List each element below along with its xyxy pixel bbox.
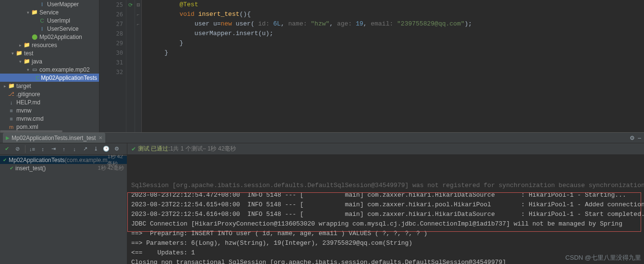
line-number: 30 bbox=[99, 48, 123, 58]
tree-label: HELP.md bbox=[16, 99, 40, 106]
prev-icon[interactable]: ↑ bbox=[59, 144, 69, 154]
close-icon[interactable]: ✕ bbox=[99, 135, 102, 140]
status-time: – 1秒 42毫秒 bbox=[203, 145, 236, 153]
test-suite-pkg: (com.example.m bbox=[65, 157, 108, 163]
tree-row[interactable]: ▸📁target bbox=[0, 82, 99, 90]
top-pane: IUserMapper▾📁ServiceCUserImplIUserServic… bbox=[0, 0, 644, 132]
settings-icon[interactable]: ⚙ – bbox=[630, 135, 641, 141]
tree-row[interactable]: ⬤Mp02Application bbox=[0, 33, 99, 41]
fold-gutter[interactable]: ⊟⌐⌐ bbox=[135, 0, 142, 132]
tree-row[interactable]: IUserService bbox=[0, 25, 99, 33]
sort-icon[interactable]: ↓≡ bbox=[27, 144, 37, 154]
file-type-icon: C bbox=[36, 75, 39, 81]
tree-row[interactable]: IUserMapper bbox=[0, 0, 99, 8]
chevron-icon[interactable]: ▾ bbox=[17, 59, 23, 64]
file-type-icon: 📁 bbox=[31, 9, 38, 15]
next-icon[interactable]: ↓ bbox=[70, 144, 79, 154]
file-type-icon: 📁 bbox=[15, 50, 23, 56]
run-tab[interactable]: ▶ Mp02ApplicationTests.insert_test ✕ bbox=[3, 133, 105, 143]
import-icon[interactable]: ⤓ bbox=[91, 144, 100, 154]
tree-row[interactable]: ▾📁Service bbox=[0, 8, 99, 16]
file-type-icon: m bbox=[8, 124, 15, 130]
gutter-icons[interactable]: ⟳ bbox=[126, 0, 135, 132]
status-count: 1共 1 个测试 bbox=[170, 145, 203, 153]
file-type-icon: ↓ bbox=[8, 100, 15, 105]
chevron-icon[interactable]: ▾ bbox=[25, 67, 31, 72]
tree-label: mvnw.cmd bbox=[16, 115, 44, 122]
run-tabs-bar: ▶ Mp02ApplicationTests.insert_test ✕ ⚙ – bbox=[0, 133, 644, 143]
console-output[interactable]: SqlSession [org.apache.ibatis.session.de… bbox=[127, 155, 644, 264]
tree-scrollbar[interactable] bbox=[0, 130, 6, 132]
code-line[interactable]: } bbox=[149, 48, 644, 58]
status-prefix: 测试 已通过: bbox=[138, 145, 170, 153]
console-line: Closing non transactional SqlSession [or… bbox=[131, 258, 640, 264]
test-tree[interactable]: ✔ Mp02ApplicationTests (com.example.m 1秒… bbox=[0, 155, 127, 264]
test-suite-row[interactable]: ✔ Mp02ApplicationTests (com.example.m 1秒… bbox=[0, 156, 127, 164]
tree-label: com.example.mp02 bbox=[39, 66, 90, 73]
check-icon: ✔ bbox=[10, 165, 13, 171]
tree-label: java bbox=[32, 58, 42, 65]
code-line[interactable]: userMapper.insert(u); bbox=[149, 29, 644, 38]
tree-label: target bbox=[16, 83, 31, 89]
code-line[interactable]: void insert_test(){ bbox=[149, 10, 644, 19]
tree-label: .gitignore bbox=[16, 91, 40, 98]
check-icon: ✔ bbox=[3, 157, 7, 163]
code-line[interactable]: @Test bbox=[149, 0, 644, 10]
history-icon[interactable]: 🕑 bbox=[101, 144, 111, 154]
tree-label: pom.xml bbox=[16, 124, 38, 130]
expand-all-icon[interactable]: ↕ bbox=[38, 144, 48, 154]
tree-row[interactable]: ▾📁java bbox=[0, 57, 99, 65]
tree-label: resources bbox=[32, 42, 57, 49]
test-case-time: 1秒 42毫秒 bbox=[98, 164, 124, 172]
run-tab-label: Mp02ApplicationTests.insert_test bbox=[12, 135, 96, 141]
chevron-icon[interactable]: ▾ bbox=[25, 10, 31, 15]
play-icon: ▶ bbox=[6, 135, 10, 140]
test-case-name: insert_test() bbox=[15, 165, 46, 172]
tree-label: test bbox=[24, 50, 33, 57]
line-number-gutter: 2526272829303132 bbox=[99, 0, 126, 132]
line-number: 29 bbox=[99, 38, 123, 48]
code-editor[interactable]: 2526272829303132 ⟳ ⊟⌐⌐ @Test void insert… bbox=[99, 0, 644, 132]
chevron-icon[interactable]: ▸ bbox=[2, 84, 8, 88]
chevron-icon[interactable]: ▾ bbox=[10, 51, 15, 56]
tree-row[interactable]: ▾📁test bbox=[0, 49, 99, 57]
test-ignored-filter-icon[interactable]: ⊘ bbox=[12, 144, 22, 154]
gutter-run-icon[interactable]: ⟳ bbox=[126, 0, 135, 10]
code-area[interactable]: @Test void insert_test(){ user u=new use… bbox=[142, 0, 644, 132]
line-number: 28 bbox=[99, 29, 123, 38]
tree-row[interactable]: ▾▭com.example.mp02 bbox=[0, 65, 99, 74]
test-pass-filter-icon[interactable]: ✔ bbox=[2, 144, 12, 154]
gear-icon[interactable]: ⚙ bbox=[112, 144, 122, 154]
file-type-icon: I bbox=[38, 26, 46, 32]
tree-row[interactable]: ≡mvnw.cmd bbox=[0, 114, 99, 123]
tree-row[interactable]: ≡mvnw bbox=[0, 106, 99, 114]
file-type-icon: I bbox=[38, 1, 46, 7]
file-type-icon: 📁 bbox=[23, 42, 30, 48]
fold-handle[interactable]: ⌐ bbox=[135, 19, 141, 29]
collapse-all-icon[interactable]: ⇥ bbox=[49, 144, 58, 154]
tree-label: UserService bbox=[47, 25, 78, 32]
fold-handle[interactable]: ⌐ bbox=[135, 10, 141, 19]
tree-row[interactable]: ⎇.gitignore bbox=[0, 90, 99, 98]
highlight-box bbox=[127, 192, 641, 232]
test-suite-name: Mp02ApplicationTests bbox=[9, 157, 65, 163]
export-icon[interactable]: ↗ bbox=[80, 144, 90, 154]
chevron-icon[interactable]: ▸ bbox=[17, 43, 23, 48]
tree-row[interactable]: ↓HELP.md bbox=[0, 98, 99, 106]
project-tree[interactable]: IUserMapper▾📁ServiceCUserImplIUserServic… bbox=[0, 0, 99, 130]
file-type-icon: 📁 bbox=[8, 83, 15, 89]
console-line: ==> Parameters: 6(Long), hzw(String), 19… bbox=[131, 239, 640, 248]
tree-label: UserMapper bbox=[47, 1, 79, 8]
code-line[interactable]: } bbox=[149, 38, 644, 48]
tree-row[interactable]: CMp02ApplicationTests bbox=[0, 74, 99, 82]
file-type-icon: ≡ bbox=[8, 108, 15, 113]
tree-row[interactable]: mpom.xml bbox=[0, 123, 99, 130]
test-status-bar: ✔ 测试 已通过: 1共 1 个测试 – 1秒 42毫秒 bbox=[127, 145, 644, 153]
tree-label: Mp02Application bbox=[39, 34, 82, 40]
fold-handle[interactable]: ⊟ bbox=[135, 0, 141, 10]
test-case-row[interactable]: ✔ insert_test() 1秒 42毫秒 bbox=[0, 164, 127, 172]
tree-row[interactable]: CUserImpl bbox=[0, 16, 99, 25]
tree-row[interactable]: ▸📁resources bbox=[0, 41, 99, 49]
tree-label: mvnw bbox=[16, 107, 31, 114]
code-line[interactable]: user u=new user( id: 6L, name: "hzw", ag… bbox=[149, 19, 644, 29]
